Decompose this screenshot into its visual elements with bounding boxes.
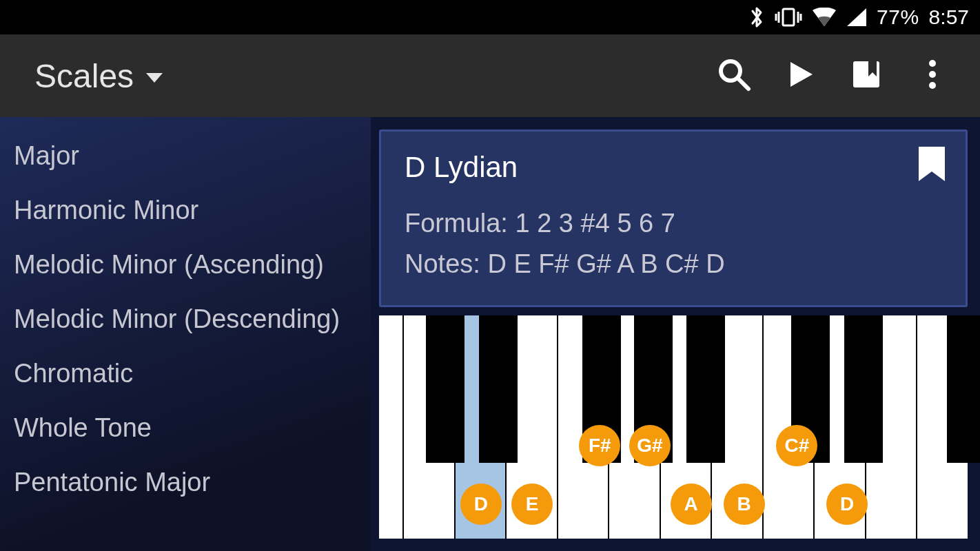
scale-name: D Lydian — [405, 151, 942, 184]
note-marker: E — [511, 484, 553, 525]
more-vert-icon — [928, 58, 937, 94]
sidebar-item[interactable]: Major — [14, 129, 357, 184]
piano-keyboard[interactable]: DEF#G#ABC#D — [379, 315, 968, 539]
note-marker: C# — [776, 425, 817, 466]
svg-point-6 — [929, 82, 936, 89]
svg-line-2 — [738, 79, 748, 89]
scale-notes: Notes: D E F# G# A B C# D — [405, 244, 942, 284]
app-root: 77% 8:57 Scales — [0, 0, 980, 551]
status-bar: 77% 8:57 — [0, 0, 980, 34]
svg-point-5 — [929, 71, 936, 78]
app-bar: Scales — [0, 34, 980, 117]
note-marker: F# — [579, 425, 620, 466]
note-marker: B — [724, 484, 765, 525]
search-icon — [715, 56, 753, 96]
signal-icon — [846, 8, 867, 27]
bookmarks-button[interactable] — [835, 45, 897, 107]
sidebar-item[interactable]: Melodic Minor (Ascending) — [14, 238, 357, 293]
play-button[interactable] — [769, 45, 831, 107]
black-key[interactable] — [479, 315, 518, 463]
note-marker: A — [671, 484, 712, 525]
svg-rect-0 — [783, 9, 794, 25]
scale-formula: Formula: 1 2 3 #4 5 6 7 — [405, 203, 942, 244]
wifi-icon — [812, 8, 837, 27]
detail-pane: D Lydian Formula: 1 2 3 #4 5 6 7 Notes: … — [371, 117, 980, 551]
sidebar-item[interactable]: Melodic Minor (Descending) — [14, 293, 357, 347]
battery-percentage: 77% — [877, 6, 919, 29]
chevron-down-icon — [146, 73, 163, 83]
bookmark-toggle[interactable] — [916, 145, 948, 185]
overflow-menu-button[interactable] — [901, 45, 963, 107]
content-body: MajorHarmonic MinorMelodic Minor (Ascend… — [0, 117, 980, 551]
scales-sidebar[interactable]: MajorHarmonic MinorMelodic Minor (Ascend… — [0, 117, 371, 551]
sidebar-item[interactable]: Pentatonic Major — [14, 456, 357, 510]
search-button[interactable] — [703, 45, 765, 107]
vibrate-icon — [775, 7, 802, 28]
black-key[interactable] — [686, 315, 725, 463]
piano-wrap: DEF#G#ABC#D — [379, 315, 968, 539]
page-title: Scales — [34, 57, 134, 95]
black-key[interactable] — [844, 315, 883, 463]
page-title-dropdown[interactable]: Scales — [34, 57, 163, 95]
bookmark-icon — [916, 173, 948, 185]
bookmark-book-icon — [849, 57, 884, 94]
sidebar-item[interactable]: Whole Tone — [14, 402, 357, 456]
note-marker: G# — [629, 425, 671, 466]
svg-point-4 — [929, 60, 936, 67]
note-marker: D — [460, 484, 502, 525]
bluetooth-icon — [748, 6, 765, 29]
sidebar-item[interactable]: Harmonic Minor — [14, 184, 357, 238]
status-time: 8:57 — [929, 6, 969, 29]
black-key[interactable] — [426, 315, 465, 463]
play-icon — [784, 58, 817, 94]
note-marker: D — [826, 484, 868, 525]
scale-info-card: D Lydian Formula: 1 2 3 #4 5 6 7 Notes: … — [379, 129, 968, 307]
black-key[interactable] — [947, 315, 980, 463]
sidebar-item[interactable]: Chromatic — [14, 347, 357, 402]
